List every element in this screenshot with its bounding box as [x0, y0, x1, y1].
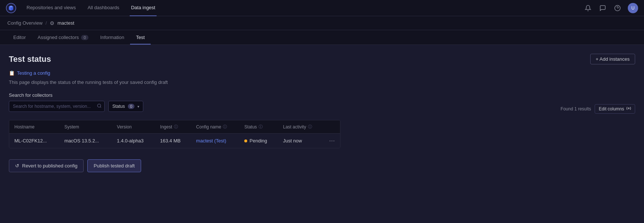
tab-information[interactable]: Information: [94, 35, 130, 45]
col-config-name: Config name ⓘ: [191, 120, 239, 134]
cell-hostname: ML-C02FK12...: [9, 134, 59, 148]
breadcrumb-separator: /: [45, 20, 47, 26]
ingest-info-icon[interactable]: ⓘ: [174, 124, 178, 130]
help-icon[interactable]: [613, 4, 622, 13]
breadcrumb-gear-icon: ⚙: [50, 20, 55, 26]
col-last-activity: Last activity ⓘ: [278, 120, 324, 134]
section-header: Test status + Add instances: [9, 54, 635, 64]
breadcrumb-config-overview[interactable]: Config Overview: [7, 20, 42, 26]
app-logo[interactable]: [6, 3, 16, 13]
nav-data-ingest[interactable]: Data ingest: [130, 0, 157, 16]
status-text: Pending: [249, 138, 267, 144]
nav-repositories[interactable]: Repositories and views: [25, 0, 77, 16]
nav-right-icons: U: [584, 3, 638, 13]
table-row: ML-C02FK12... macOS 13.5.2... 1.4.0-alph…: [9, 134, 340, 148]
config-name-link[interactable]: mactest (Test): [196, 138, 226, 144]
last-activity-info-icon[interactable]: ⓘ: [308, 124, 312, 130]
cell-config-name: mactest (Test): [191, 134, 239, 148]
svg-line-4: [100, 107, 101, 107]
tab-editor[interactable]: Editor: [7, 35, 32, 45]
search-controls: Status 0 ▾: [9, 101, 143, 112]
cell-ingest: 163.4 MB: [155, 134, 191, 148]
chevron-down-icon: ▾: [137, 105, 139, 109]
testing-config-link[interactable]: 📋 Testing a config: [9, 70, 635, 76]
top-nav: Repositories and views All dashboards Da…: [0, 0, 644, 16]
cell-row-actions: ⋯: [324, 134, 340, 148]
cell-system: macOS 13.5.2...: [59, 134, 112, 148]
notification-icon[interactable]: [584, 4, 592, 13]
cell-status: Pending: [239, 134, 278, 148]
config-name-info-icon[interactable]: ⓘ: [223, 124, 227, 130]
results-bar: Found 1 results Edit columns: [561, 104, 635, 114]
revert-button[interactable]: ↺ Revert to published config: [9, 159, 84, 172]
status-pending-dot: [244, 139, 247, 142]
tab-bar: Editor Assigned collectors 0 Information…: [0, 30, 644, 45]
main-content: Test status + Add instances 📋 Testing a …: [0, 45, 644, 183]
cell-last-activity: Just now: [278, 134, 324, 148]
results-table-container: Hostname System Version Ingest ⓘ: [9, 120, 340, 148]
tab-assigned-collectors[interactable]: Assigned collectors 0: [32, 35, 94, 45]
svg-point-3: [98, 104, 101, 107]
assigned-collectors-badge: 0: [81, 35, 88, 40]
page-description: This page displays the status of the run…: [9, 79, 635, 85]
status-filter-button[interactable]: Status 0 ▾: [108, 101, 143, 112]
search-input[interactable]: [9, 101, 105, 112]
svg-point-5: [628, 108, 629, 109]
edit-columns-icon: [626, 106, 631, 112]
page-title: Test status: [9, 54, 51, 64]
cell-version: 1.4.0-alpha3: [112, 134, 155, 148]
nav-dashboards[interactable]: All dashboards: [86, 0, 121, 16]
search-section-label: Search for collectors: [9, 92, 635, 98]
breadcrumb: Config Overview / ⚙ mactest: [0, 16, 644, 30]
col-hostname: Hostname: [9, 120, 59, 134]
nav-items: Repositories and views All dashboards Da…: [25, 0, 575, 16]
publish-button[interactable]: Publish tested draft: [87, 159, 141, 172]
action-buttons: ↺ Revert to published config Publish tes…: [9, 159, 635, 183]
col-system: System: [59, 120, 112, 134]
col-actions: [324, 120, 340, 134]
status-info-icon[interactable]: ⓘ: [259, 124, 263, 130]
book-icon: 📋: [9, 70, 15, 76]
status-filter-count: 0: [128, 104, 134, 109]
search-icon[interactable]: [97, 103, 102, 109]
revert-icon: ↺: [15, 163, 19, 169]
row-actions-button[interactable]: ⋯: [329, 137, 335, 144]
col-version: Version: [112, 120, 155, 134]
results-count: Found 1 results: [561, 106, 591, 112]
results-table: Hostname System Version Ingest ⓘ: [9, 120, 340, 148]
chat-icon[interactable]: [598, 4, 607, 13]
col-ingest: Ingest ⓘ: [155, 120, 191, 134]
user-avatar[interactable]: U: [628, 3, 638, 13]
edit-columns-button[interactable]: Edit columns: [595, 104, 635, 114]
breadcrumb-current-page: mactest: [57, 20, 74, 26]
search-controls-row: Status 0 ▾ Found 1 results Edit columns: [9, 101, 635, 117]
tab-test[interactable]: Test: [130, 35, 151, 45]
col-status: Status ⓘ: [239, 120, 278, 134]
add-instances-button[interactable]: + Add instances: [590, 54, 635, 64]
search-input-wrapper: [9, 101, 105, 112]
table-header-row: Hostname System Version Ingest ⓘ: [9, 120, 340, 134]
